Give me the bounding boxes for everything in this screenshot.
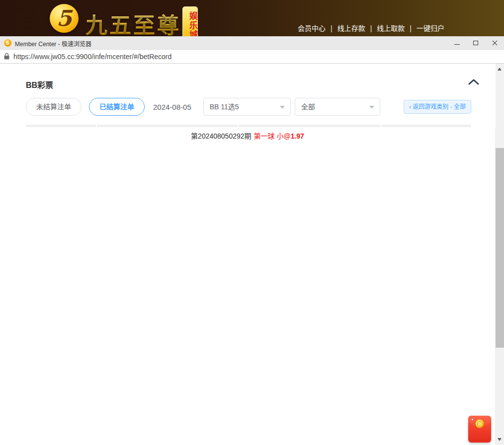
nav-one-key-transfer[interactable]: 一键归户 <box>417 24 444 32</box>
collapse-chevron-icon[interactable] <box>468 78 480 88</box>
nav-online-deposit[interactable]: 线上存款 <box>337 24 365 32</box>
close-button[interactable] <box>485 36 504 50</box>
maximize-button[interactable] <box>466 36 485 50</box>
table-body: 2024-08-05 04:35:20 101365452118 BB 11选5… <box>26 186 471 445</box>
sparkle-icon <box>472 419 473 420</box>
back-to-category-button[interactable]: ‹ 返回游戏类别 - 全部 <box>404 100 471 114</box>
browser-favicon-icon: 5 <box>4 39 11 47</box>
site-logo-badge: 娱乐城 <box>182 6 198 36</box>
filter-bar: 未结算注单 已结算注单 2024-08-05 BB 11选5 全部 ‹ 返回游戏… <box>26 98 471 116</box>
gold-coin-icon <box>475 419 484 428</box>
site-logo-icon: 5 <box>50 4 79 33</box>
bet-record-table: 下注时间 注单编号 游戏类别 玩法 内容 投注金额 有效投注 派彩 2024-0… <box>26 167 471 445</box>
cell-content: 第202408050292期第一球 小@1.97 <box>0 127 496 445</box>
game-select[interactable]: BB 11选5 <box>203 98 291 116</box>
window-title: Member Center - 极速浏览器 <box>15 39 91 48</box>
table-row: 2024-08-05 04:50:19 101365476668 BB 11选5… <box>26 432 471 445</box>
site-logo-text: 九五至尊 <box>85 8 181 36</box>
scope-select[interactable]: 全部 <box>295 98 380 116</box>
chevron-down-icon <box>369 106 374 109</box>
scrollbar-thumb[interactable] <box>496 148 504 348</box>
odds-text: 1.97 <box>291 132 304 140</box>
nav-separator: | <box>410 24 412 32</box>
scroll-down-arrow-icon[interactable] <box>498 438 502 441</box>
nav-separator: | <box>331 24 333 32</box>
browser-titlebar: 5 Member Center - 极速浏览器 <box>0 36 504 50</box>
banner-nav: 会员中心|线上存款|线上取款|一键归户 <box>298 23 444 33</box>
minimize-icon <box>454 44 460 45</box>
maximize-icon <box>473 41 478 45</box>
nav-member-center[interactable]: 会员中心 <box>298 24 326 32</box>
minimize-button[interactable] <box>447 36 466 50</box>
unsettled-bets-button[interactable]: 未结算注单 <box>26 98 82 116</box>
period-text: 第202408050292期 <box>191 132 251 140</box>
window-controls <box>447 36 504 50</box>
section-title: BB彩票 <box>26 81 53 89</box>
lock-icon <box>4 53 9 60</box>
scope-select-value: 全部 <box>301 103 315 111</box>
page-content: BB彩票 未结算注单 已结算注单 2024-08-05 BB 11选5 全部 ‹… <box>0 64 496 445</box>
site-banner: 5 九五至尊 娱乐城 会员中心|线上存款|线上取款|一键归户 <box>0 0 504 36</box>
scrollbar[interactable] <box>496 64 504 445</box>
nav-separator: | <box>370 24 372 32</box>
nav-online-withdraw[interactable]: 线上取款 <box>377 24 405 32</box>
scroll-up-arrow-icon[interactable] <box>498 68 502 71</box>
url-text: https://www.jw05.cc:9900/infe/mcenter/#/… <box>13 53 171 61</box>
settled-bets-button[interactable]: 已结算注单 <box>89 98 145 116</box>
chevron-down-icon <box>280 106 285 109</box>
game-select-value: BB 11选5 <box>210 103 239 111</box>
pick-text: 第一球 小@ <box>254 132 291 140</box>
close-icon <box>492 40 498 46</box>
address-bar[interactable]: https://www.jw05.cc:9900/infe/mcenter/#/… <box>0 50 504 64</box>
red-envelope-button[interactable] <box>468 416 491 443</box>
date-filter[interactable]: 2024-08-05 <box>153 103 191 111</box>
